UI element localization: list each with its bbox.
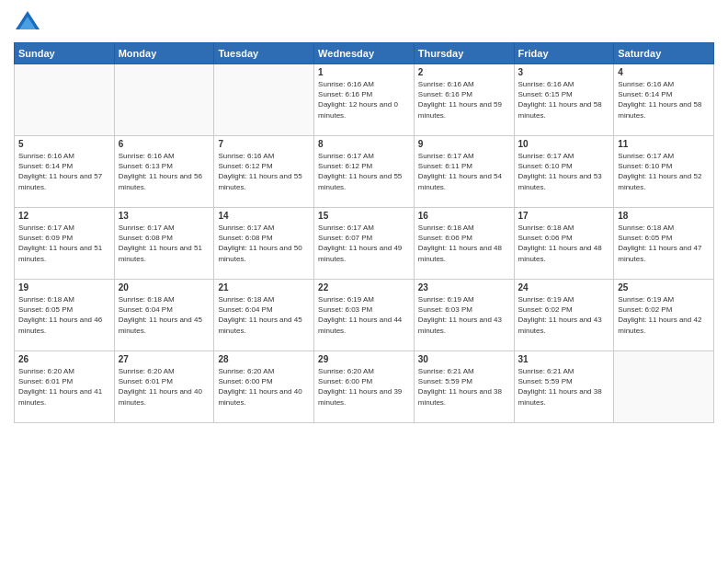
day-number: 5 — [18, 139, 110, 149]
calendar-cell — [614, 351, 714, 423]
calendar-cell: 28Sunrise: 6:20 AMSunset: 6:00 PMDayligh… — [214, 351, 314, 423]
calendar-cell: 9Sunrise: 6:17 AMSunset: 6:11 PMDaylight… — [414, 136, 514, 208]
calendar-cell: 25Sunrise: 6:19 AMSunset: 6:02 PMDayligh… — [614, 280, 714, 351]
logo-icon — [14, 9, 41, 37]
calendar-cell: 6Sunrise: 6:16 AMSunset: 6:13 PMDaylight… — [114, 136, 214, 208]
weekday-header-wednesday: Wednesday — [314, 43, 415, 64]
calendar-cell: 2Sunrise: 6:16 AMSunset: 6:16 PMDaylight… — [414, 64, 514, 136]
day-info: Sunrise: 6:16 AMSunset: 6:12 PMDaylight:… — [218, 151, 310, 192]
calendar-cell: 22Sunrise: 6:19 AMSunset: 6:03 PMDayligh… — [314, 280, 415, 351]
day-number: 2 — [418, 67, 510, 77]
day-number: 13 — [119, 211, 210, 221]
calendar-cell: 1Sunrise: 6:16 AMSunset: 6:16 PMDaylight… — [314, 64, 415, 136]
week-row-3: 12Sunrise: 6:17 AMSunset: 6:09 PMDayligh… — [15, 208, 714, 280]
calendar-cell: 26Sunrise: 6:20 AMSunset: 6:01 PMDayligh… — [15, 351, 115, 423]
weekday-header-row: SundayMondayTuesdayWednesdayThursdayFrid… — [15, 43, 714, 64]
header — [14, 9, 714, 37]
day-number: 25 — [618, 282, 710, 293]
calendar-cell: 8Sunrise: 6:17 AMSunset: 6:12 PMDaylight… — [314, 136, 415, 208]
day-number: 19 — [18, 282, 110, 293]
day-info: Sunrise: 6:17 AMSunset: 6:12 PMDaylight:… — [318, 151, 410, 192]
calendar-cell: 19Sunrise: 6:18 AMSunset: 6:05 PMDayligh… — [15, 280, 115, 351]
day-number: 8 — [318, 139, 410, 149]
calendar-cell: 5Sunrise: 6:16 AMSunset: 6:14 PMDaylight… — [15, 136, 115, 208]
day-number: 29 — [318, 354, 410, 364]
week-row-2: 5Sunrise: 6:16 AMSunset: 6:14 PMDaylight… — [15, 136, 714, 208]
day-info: Sunrise: 6:16 AMSunset: 6:14 PMDaylight:… — [618, 79, 710, 121]
day-number: 6 — [119, 139, 210, 149]
calendar-cell: 10Sunrise: 6:17 AMSunset: 6:10 PMDayligh… — [514, 136, 614, 208]
day-number: 4 — [618, 67, 710, 77]
day-info: Sunrise: 6:17 AMSunset: 6:07 PMDaylight:… — [318, 223, 410, 264]
day-info: Sunrise: 6:19 AMSunset: 6:03 PMDaylight:… — [418, 294, 510, 336]
day-info: Sunrise: 6:16 AMSunset: 6:16 PMDaylight:… — [318, 79, 410, 121]
day-info: Sunrise: 6:21 AMSunset: 5:59 PMDaylight:… — [418, 366, 510, 408]
calendar-cell — [15, 64, 115, 136]
day-info: Sunrise: 6:21 AMSunset: 5:59 PMDaylight:… — [518, 366, 610, 408]
day-info: Sunrise: 6:17 AMSunset: 6:09 PMDaylight:… — [18, 223, 110, 264]
day-info: Sunrise: 6:17 AMSunset: 6:10 PMDaylight:… — [518, 151, 610, 192]
calendar-cell: 18Sunrise: 6:18 AMSunset: 6:05 PMDayligh… — [614, 208, 714, 280]
calendar-cell: 29Sunrise: 6:20 AMSunset: 6:00 PMDayligh… — [314, 351, 415, 423]
weekday-header-sunday: Sunday — [15, 43, 115, 64]
day-number: 28 — [218, 354, 310, 364]
weekday-header-saturday: Saturday — [614, 43, 714, 64]
calendar-cell: 30Sunrise: 6:21 AMSunset: 5:59 PMDayligh… — [414, 351, 514, 423]
day-info: Sunrise: 6:20 AMSunset: 6:00 PMDaylight:… — [318, 366, 410, 408]
day-info: Sunrise: 6:18 AMSunset: 6:06 PMDaylight:… — [518, 223, 610, 264]
day-info: Sunrise: 6:20 AMSunset: 6:00 PMDaylight:… — [218, 366, 310, 408]
day-number: 17 — [518, 211, 610, 221]
weekday-header-thursday: Thursday — [414, 43, 514, 64]
calendar-cell: 31Sunrise: 6:21 AMSunset: 5:59 PMDayligh… — [514, 351, 614, 423]
calendar-cell: 7Sunrise: 6:16 AMSunset: 6:12 PMDaylight… — [214, 136, 314, 208]
day-number: 27 — [119, 354, 210, 364]
day-number: 10 — [518, 139, 610, 149]
day-info: Sunrise: 6:17 AMSunset: 6:08 PMDaylight:… — [119, 223, 210, 264]
week-row-5: 26Sunrise: 6:20 AMSunset: 6:01 PMDayligh… — [15, 351, 714, 423]
calendar-cell: 21Sunrise: 6:18 AMSunset: 6:04 PMDayligh… — [214, 280, 314, 351]
calendar-cell: 3Sunrise: 6:16 AMSunset: 6:15 PMDaylight… — [514, 64, 614, 136]
day-number: 22 — [318, 282, 410, 293]
day-info: Sunrise: 6:18 AMSunset: 6:05 PMDaylight:… — [18, 294, 110, 336]
day-info: Sunrise: 6:18 AMSunset: 6:05 PMDaylight:… — [618, 223, 710, 264]
day-number: 16 — [418, 211, 510, 221]
calendar-cell — [214, 64, 314, 136]
day-number: 24 — [518, 282, 610, 293]
calendar-cell — [114, 64, 214, 136]
day-number: 15 — [318, 211, 410, 221]
day-info: Sunrise: 6:16 AMSunset: 6:16 PMDaylight:… — [418, 79, 510, 121]
calendar-cell: 12Sunrise: 6:17 AMSunset: 6:09 PMDayligh… — [15, 208, 115, 280]
calendar-cell: 20Sunrise: 6:18 AMSunset: 6:04 PMDayligh… — [114, 280, 214, 351]
calendar-cell: 11Sunrise: 6:17 AMSunset: 6:10 PMDayligh… — [614, 136, 714, 208]
day-info: Sunrise: 6:18 AMSunset: 6:04 PMDaylight:… — [119, 294, 210, 336]
calendar-cell: 16Sunrise: 6:18 AMSunset: 6:06 PMDayligh… — [414, 208, 514, 280]
day-number: 20 — [119, 282, 210, 293]
day-number: 14 — [218, 211, 310, 221]
calendar-cell: 27Sunrise: 6:20 AMSunset: 6:01 PMDayligh… — [114, 351, 214, 423]
day-info: Sunrise: 6:17 AMSunset: 6:11 PMDaylight:… — [418, 151, 510, 192]
day-info: Sunrise: 6:18 AMSunset: 6:04 PMDaylight:… — [218, 294, 310, 336]
calendar-cell: 4Sunrise: 6:16 AMSunset: 6:14 PMDaylight… — [614, 64, 714, 136]
day-number: 30 — [418, 354, 510, 364]
day-info: Sunrise: 6:17 AMSunset: 6:08 PMDaylight:… — [218, 223, 310, 264]
day-number: 21 — [218, 282, 310, 293]
weekday-header-tuesday: Tuesday — [214, 43, 314, 64]
week-row-1: 1Sunrise: 6:16 AMSunset: 6:16 PMDaylight… — [15, 64, 714, 136]
day-number: 18 — [618, 211, 710, 221]
day-info: Sunrise: 6:20 AMSunset: 6:01 PMDaylight:… — [119, 366, 210, 408]
day-number: 9 — [418, 139, 510, 149]
day-number: 3 — [518, 67, 610, 77]
day-info: Sunrise: 6:20 AMSunset: 6:01 PMDaylight:… — [18, 366, 110, 408]
day-info: Sunrise: 6:16 AMSunset: 6:13 PMDaylight:… — [119, 151, 210, 192]
day-number: 7 — [218, 139, 310, 149]
page: SundayMondayTuesdayWednesdayThursdayFrid… — [0, 0, 728, 563]
weekday-header-monday: Monday — [114, 43, 214, 64]
day-number: 26 — [18, 354, 110, 364]
weekday-header-friday: Friday — [514, 43, 614, 64]
day-number: 31 — [518, 354, 610, 364]
calendar: SundayMondayTuesdayWednesdayThursdayFrid… — [14, 42, 714, 423]
day-info: Sunrise: 6:18 AMSunset: 6:06 PMDaylight:… — [418, 223, 510, 264]
day-number: 1 — [318, 67, 410, 77]
calendar-cell: 23Sunrise: 6:19 AMSunset: 6:03 PMDayligh… — [414, 280, 514, 351]
calendar-cell: 24Sunrise: 6:19 AMSunset: 6:02 PMDayligh… — [514, 280, 614, 351]
